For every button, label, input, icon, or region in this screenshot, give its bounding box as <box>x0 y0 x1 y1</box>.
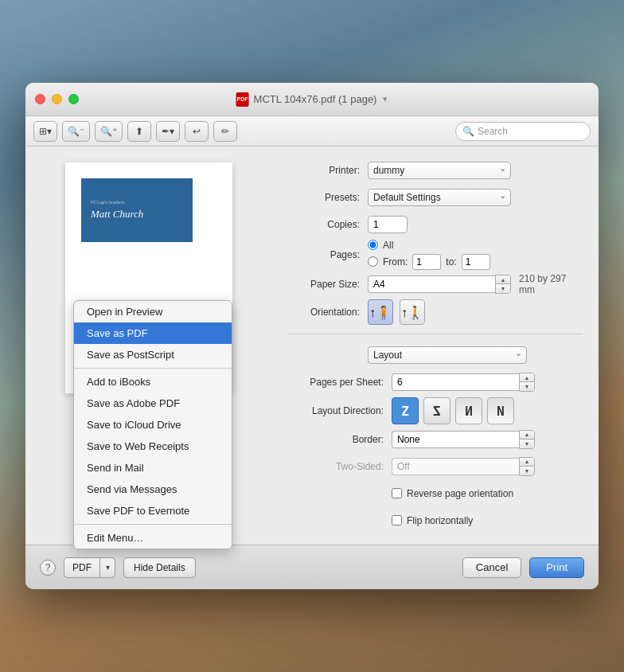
rotate-button[interactable]: ↩ <box>185 121 209 142</box>
annotate-button[interactable]: ✒▾ <box>156 121 180 142</box>
paper-size-stepper: A4 ▲ ▼ <box>368 275 511 294</box>
pdf-menu-add-ibooks[interactable]: Add to iBooks <box>74 371 232 393</box>
pages-from-radio[interactable] <box>368 256 378 267</box>
pages-from-row: From: to: <box>368 254 490 270</box>
portrait-button[interactable]: ↑🧍 <box>368 299 393 325</box>
reverse-page-label: Reverse page orientation <box>407 488 513 499</box>
presets-row: Presets: Default Settings <box>288 188 583 207</box>
pdf-menu-save-as-pdf[interactable]: Save as PDF <box>74 322 232 344</box>
layout-dir-reverse-z-button[interactable]: Z <box>423 397 450 424</box>
layout-dir-z-button[interactable]: Z <box>392 397 419 424</box>
markup-button[interactable]: ✏ <box>213 121 237 142</box>
layout-section-dropdown[interactable]: Layout <box>368 346 527 364</box>
landscape-button[interactable]: ↑🚶 <box>400 299 425 325</box>
search-field[interactable]: 🔍 Search <box>455 122 591 141</box>
pdf-button-group: PDF ▾ <box>64 557 115 578</box>
layout-dir-n-button[interactable]: N <box>455 397 482 424</box>
pdf-menu-save-evernote[interactable]: Save PDF to Evernote <box>74 500 232 522</box>
pages-from-input[interactable] <box>412 254 441 270</box>
flip-h-checkbox[interactable] <box>392 515 402 525</box>
border-up-button[interactable]: ▲ <box>520 431 534 440</box>
sidebar-toggle-button[interactable]: ⊞▾ <box>33 121 57 142</box>
title-arrow-icon[interactable]: ▾ <box>383 94 388 104</box>
border-steppers: ▲ ▼ <box>519 430 535 449</box>
pdf-menu-divider-1 <box>74 368 232 369</box>
cancel-button[interactable]: Cancel <box>462 557 521 578</box>
two-sided-row: Two-Sided: Off ▲ ▼ <box>288 457 583 476</box>
paper-size-steppers: ▲ ▼ <box>495 275 511 294</box>
printer-select[interactable]: dummy <box>368 162 511 179</box>
zoom-in-icon: 🔍⁺ <box>100 126 117 137</box>
minimize-button[interactable] <box>52 94 62 104</box>
layout-section-select: Layout <box>368 346 527 364</box>
pdf-arrow-button[interactable]: ▾ <box>99 557 115 578</box>
paper-size-label: Paper Size: <box>288 279 368 290</box>
pdf-menu-open-preview[interactable]: Open in Preview <box>74 301 232 322</box>
hide-details-button[interactable]: Hide Details <box>123 557 196 578</box>
paper-size-select[interactable]: A4 <box>368 275 495 293</box>
border-stepper: None ▲ ▼ <box>392 430 535 449</box>
search-placeholder: Search <box>478 126 508 137</box>
copies-label: Copies: <box>288 219 368 230</box>
print-button[interactable]: Print <box>529 557 584 578</box>
two-sided-down-button[interactable]: ▼ <box>520 467 534 475</box>
share-icon: ⬆ <box>135 126 143 137</box>
settings-pane: Printer: dummy Presets: Default Settings <box>272 147 599 545</box>
pages-per-sheet-down-button[interactable]: ▼ <box>520 382 534 391</box>
flip-h-checkbox-row: Flip horizontally <box>392 515 473 526</box>
maximize-button[interactable] <box>68 94 79 104</box>
traffic-lights <box>35 94 79 104</box>
reverse-page-checkbox[interactable] <box>392 488 402 498</box>
pages-all-radio[interactable] <box>368 240 378 250</box>
pages-to-input[interactable] <box>462 254 490 270</box>
rotate-icon: ↩ <box>193 126 201 137</box>
sidebar-icon: ⊞ <box>39 126 47 137</box>
two-sided-select[interactable]: Off <box>392 458 519 475</box>
pages-to-label: to: <box>446 256 456 268</box>
pdf-file-icon: PDF <box>236 92 249 107</box>
flip-h-row: Flip horizontally <box>288 511 583 530</box>
search-icon: 🔍 <box>462 126 474 137</box>
presets-select[interactable]: Default Settings <box>368 189 511 206</box>
pdf-label-button[interactable]: PDF <box>64 557 99 578</box>
zoom-in-button[interactable]: 🔍⁺ <box>95 121 123 142</box>
pdf-menu-send-mail[interactable]: Send in Mail <box>74 457 232 479</box>
pdf-menu-send-messages[interactable]: Send via Messages <box>74 479 232 500</box>
close-button[interactable] <box>35 94 45 104</box>
toolbar: ⊞▾ 🔍⁻ 🔍⁺ ⬆ ✒▾ ↩ ✏ 🔍 Search <box>25 116 599 147</box>
pdf-menu-save-postscript[interactable]: Save as PostScript <box>74 344 232 365</box>
two-sided-stepper: Off ▲ ▼ <box>392 457 535 476</box>
pages-per-sheet-select[interactable]: 6 <box>392 373 519 391</box>
titlebar-center: PDF MCTL 104x76.pdf (1 page) ▾ <box>236 92 388 107</box>
copies-input[interactable] <box>368 216 408 233</box>
print-dialog-window: PDF MCTL 104x76.pdf (1 page) ▾ ⊞▾ 🔍⁻ 🔍⁺ … <box>25 83 599 589</box>
pdf-menu-divider-2 <box>74 524 232 525</box>
pdf-dropdown-menu: Open in Preview Save as PDF Save as Post… <box>73 300 232 549</box>
section-divider <box>288 334 583 334</box>
zoom-out-button[interactable]: 🔍⁻ <box>62 121 90 142</box>
pages-row: Pages: All From: to: <box>288 242 583 267</box>
border-down-button[interactable]: ▼ <box>520 440 534 448</box>
pdf-menu-save-web-receipts[interactable]: Save to Web Receipts <box>74 436 232 457</box>
pdf-menu-save-icloud[interactable]: Save to iCloud Drive <box>74 414 232 436</box>
pages-all-label: All <box>383 240 393 251</box>
preview-document-content: PCLight leaders Matt Church <box>81 178 193 242</box>
pages-per-sheet-up-button[interactable]: ▲ <box>520 373 534 382</box>
reverse-page-checkbox-row: Reverse page orientation <box>392 488 513 499</box>
paper-size-up-button[interactable]: ▲ <box>496 275 510 284</box>
pages-per-sheet-row: Pages per Sheet: 6 ▲ ▼ <box>288 373 583 392</box>
paper-size-down-button[interactable]: ▼ <box>496 284 510 293</box>
help-button[interactable]: ? <box>40 560 56 576</box>
printer-row: Printer: dummy <box>288 161 583 180</box>
paper-dimensions: 210 by 297 mm <box>519 273 583 295</box>
two-sided-label: Two-Sided: <box>288 461 392 472</box>
two-sided-up-button[interactable]: ▲ <box>520 458 534 467</box>
paper-size-row: Paper Size: A4 ▲ ▼ 210 by 297 mm <box>288 275 583 294</box>
pages-per-sheet-label: Pages per Sheet: <box>288 377 392 388</box>
share-button[interactable]: ⬆ <box>127 121 151 142</box>
border-select[interactable]: None <box>392 431 519 448</box>
pdf-menu-save-adobe[interactable]: Save as Adobe PDF <box>74 393 232 414</box>
pdf-menu-edit-menu[interactable]: Edit Menu… <box>74 527 232 549</box>
paper-size-controls: A4 ▲ ▼ 210 by 297 mm <box>368 273 583 295</box>
layout-dir-reverse-n-button[interactable]: N <box>487 397 514 424</box>
